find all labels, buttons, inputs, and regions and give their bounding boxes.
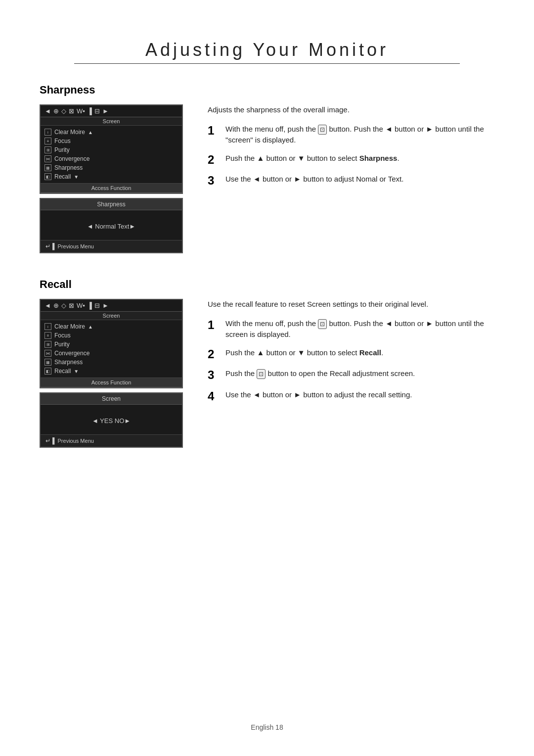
diamond-icon: ◇ xyxy=(61,107,66,115)
recall-grid-icon: ⊠ xyxy=(69,302,74,309)
rect-icon: ⊟ xyxy=(94,107,100,115)
scroll-down-arrow: ▼ xyxy=(74,174,79,180)
recall-item-label-clearmoire: Clear Moire xyxy=(54,323,85,330)
sharpness-row: ◄ ⊕ ◇ ⊠ W▪ ▐ ⊟ ► Screen i xyxy=(40,104,494,253)
recall-intro: Use the recall feature to reset Screen s… xyxy=(208,299,494,310)
recall-left-col: ◄ ⊕ ◇ ⊠ W▪ ▐ ⊟ ► Screen i xyxy=(40,299,188,448)
item-label-sharpness: Sharpness xyxy=(54,164,83,171)
sharpness-step-2: 2 Push the ▲ button or ▼ button to selec… xyxy=(208,153,494,167)
recall-right-col: Use the recall feature to reset Screen s… xyxy=(208,299,494,448)
scroll-up-arrow: ▲ xyxy=(88,130,93,135)
recall-item-icon-convergence: ⋈ xyxy=(44,350,51,357)
step-text-1: With the menu off, push the ⊡ button. Pu… xyxy=(225,124,494,146)
recall-step-4: 4 Use the ◄ button or ► button to adjust… xyxy=(208,389,494,404)
item-icon-purity: ⊞ xyxy=(44,146,51,153)
osd-access-fn: Access Function xyxy=(41,184,182,193)
item-label-purity: Purity xyxy=(54,146,70,153)
step-number-1: 1 xyxy=(208,124,220,138)
w-icon: W▪ xyxy=(77,107,85,115)
item-label-focus: Focus xyxy=(54,138,71,144)
item-label-clearmoire: Clear Moire xyxy=(54,129,85,136)
crosshair-icon: ⊕ xyxy=(53,107,59,115)
recall-w-icon: W▪ xyxy=(77,302,85,309)
recall-osd-menu-items: i Clear Moire ▲ ≡ Focus ⊞ Purity xyxy=(41,320,182,378)
step-number-3: 3 xyxy=(208,174,220,188)
prev-menu-label-sharpness: Previous Menu xyxy=(58,243,94,249)
recall-osd-screen-label: Screen xyxy=(41,312,182,320)
osd-screen-label: Screen xyxy=(41,117,182,126)
osd-top-bar: ◄ ⊕ ◇ ⊠ W▪ ▐ ⊟ ► xyxy=(41,105,182,117)
menu-item-purity: ⊞ Purity xyxy=(41,145,182,154)
sharpness-intro: Adjusts the sharpness of the overall ima… xyxy=(208,104,494,116)
recall-menu-item-recall: ◧ Recall ▼ xyxy=(41,367,182,376)
page-container: Adjusting Your Monitor Sharpness ◄ ⊕ ◇ ⊠… xyxy=(0,0,534,756)
recall-left-arrow-icon: ◄ xyxy=(44,302,51,309)
submenu-title-recall: Screen xyxy=(41,393,182,405)
sharpness-steps: 1 With the menu off, push the ⊡ button. … xyxy=(208,124,494,189)
recall-submenu: Screen ◄ YES NO► ↵▐ Previous Menu xyxy=(40,392,183,448)
right-arrow-icon: ► xyxy=(102,107,109,115)
recall-step-number-4: 4 xyxy=(208,389,220,404)
recall-crosshair-icon: ⊕ xyxy=(53,302,59,309)
menu-item-clearmoire: i Clear Moire ▲ xyxy=(41,128,182,137)
recall-step-2: 2 Push the ▲ button or ▼ button to selec… xyxy=(208,347,494,362)
recall-section: Recall ◄ ⊕ ◇ ⊠ W▪ ▐ ⊟ ► xyxy=(40,278,494,448)
recall-step-text-1: With the menu off, push the ⊡ button. Pu… xyxy=(225,318,494,340)
sharpness-right-col: Adjusts the sharpness of the overall ima… xyxy=(208,104,494,253)
recall-prev-menu-icon: ↵▐ xyxy=(45,437,55,444)
menu-item-recall: ◧ Recall ▼ xyxy=(41,172,182,181)
recall-item-label-recall: Recall xyxy=(54,368,71,375)
recall-item-icon-recall: ◧ xyxy=(44,368,51,375)
recall-menu-item-focus: ≡ Focus xyxy=(41,331,182,340)
recall-enter-btn-1: ⊡ xyxy=(318,319,327,329)
sharpness-heading: Sharpness xyxy=(40,84,494,96)
item-label-recall: Recall xyxy=(54,173,71,180)
prev-menu-label-recall: Previous Menu xyxy=(58,438,94,444)
recall-item-icon-purity: ⊞ xyxy=(44,341,51,348)
left-arrow-icon: ◄ xyxy=(44,107,51,115)
sharpness-step-1: 1 With the menu off, push the ⊡ button. … xyxy=(208,124,494,146)
recall-steps: 1 With the menu off, push the ⊡ button. … xyxy=(208,318,494,404)
recall-item-icon-focus: ≡ xyxy=(44,332,51,339)
recall-item-label-purity: Purity xyxy=(54,341,70,348)
step-text-2: Push the ▲ button or ▼ button to select … xyxy=(225,153,400,164)
step-number-2: 2 xyxy=(208,153,220,167)
sharpness-step-3: 3 Use the ◄ button or ► button to adjust… xyxy=(208,174,494,188)
bar-icon: ▐ xyxy=(88,107,92,115)
recall-osd-access-fn: Access Function xyxy=(41,378,182,387)
submenu-content-recall: ◄ YES NO► xyxy=(41,405,182,434)
recall-step-1: 1 With the menu off, push the ⊡ button. … xyxy=(208,318,494,340)
recall-step-number-3: 3 xyxy=(208,368,220,382)
sharpness-section: Sharpness ◄ ⊕ ◇ ⊠ W▪ ▐ ⊟ ► xyxy=(40,84,494,253)
footer-text: English 18 xyxy=(251,723,283,731)
prev-menu-sharpness: ↵▐ Previous Menu xyxy=(41,240,182,252)
recall-item-label-convergence: Convergence xyxy=(54,350,89,357)
prev-menu-icon: ↵▐ xyxy=(45,243,55,250)
recall-scroll-up-arrow: ▲ xyxy=(88,324,93,330)
recall-menu-item-clearmoire: i Clear Moire ▲ xyxy=(41,322,182,331)
recall-step-3: 3 Push the ⊡ button to open the Recall a… xyxy=(208,368,494,382)
recall-item-icon-clearmoire: i xyxy=(44,323,51,330)
recall-menu-item-purity: ⊞ Purity xyxy=(41,340,182,349)
enter-btn-1: ⊡ xyxy=(318,125,327,135)
item-icon-focus: ≡ xyxy=(44,138,51,144)
osd-icons: ◄ ⊕ ◇ ⊠ W▪ ▐ ⊟ ► xyxy=(44,107,109,115)
page-title: Adjusting Your Monitor xyxy=(40,40,494,60)
page-footer: English 18 xyxy=(0,723,534,731)
recall-step-text-3: Push the ⊡ button to open the Recall adj… xyxy=(225,368,415,379)
recall-diamond-icon: ◇ xyxy=(61,302,66,309)
recall-rect-icon: ⊟ xyxy=(94,302,100,309)
recall-scroll-down-arrow: ▼ xyxy=(74,369,79,374)
item-label-convergence: Convergence xyxy=(54,155,89,162)
recall-menu-item-convergence: ⋈ Convergence xyxy=(41,349,182,358)
recall-item-icon-sharpness: ▦ xyxy=(44,359,51,366)
prev-menu-recall: ↵▐ Previous Menu xyxy=(41,434,182,447)
menu-item-convergence: ⋈ Convergence xyxy=(41,154,182,163)
sharpness-submenu: Sharpness ◄ Normal Text► ↵▐ Previous Men… xyxy=(40,198,183,253)
sharpness-left-col: ◄ ⊕ ◇ ⊠ W▪ ▐ ⊟ ► Screen i xyxy=(40,104,188,253)
recall-step-text-2: Push the ▲ button or ▼ button to select … xyxy=(225,347,383,359)
recall-step-number-2: 2 xyxy=(208,347,220,362)
item-icon-recall: ◧ xyxy=(44,173,51,180)
menu-item-sharpness: ▦ Sharpness xyxy=(41,163,182,172)
recall-enter-btn-3: ⊡ xyxy=(257,369,266,379)
